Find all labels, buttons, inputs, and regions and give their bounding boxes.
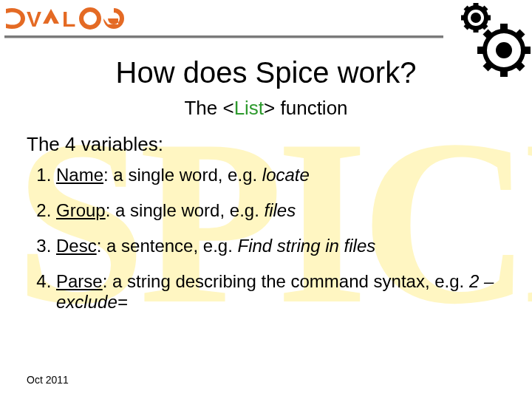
list-item: Desc: a sentence, e.g. Find string in fi… — [56, 236, 505, 256]
svg-text:V: V — [27, 7, 41, 31]
brand-logo: V L — [4, 4, 145, 33]
list-item: Name: a single word, e.g. locate — [56, 165, 505, 185]
item-body: : a single word, e.g. — [103, 165, 262, 185]
variable-list: Name: a single word, e.g. locate Group: … — [31, 165, 505, 313]
item-term: Desc — [56, 236, 97, 256]
item-body: : a string describing the command syntax… — [103, 271, 469, 291]
svg-line-22 — [483, 7, 486, 10]
item-example: Find string in files — [237, 236, 375, 256]
item-body: : a single word, e.g. — [106, 200, 265, 220]
item-term: Group — [56, 200, 106, 220]
item-term: Parse — [56, 271, 103, 291]
slide-subtitle: The <List> function — [27, 97, 505, 120]
list-item: Group: a single word, e.g. files — [56, 200, 505, 221]
header: V L — [0, 0, 532, 44]
slide-title: How does Spice work? — [27, 56, 505, 89]
svg-point-14 — [473, 15, 479, 21]
subtitle-keyword: List — [234, 97, 264, 119]
svg-line-20 — [483, 25, 486, 28]
slide-body: How does Spice work? The <List> function… — [0, 44, 532, 399]
item-example: files — [264, 200, 296, 220]
footer-date: Oct 2011 — [27, 374, 69, 386]
svg-line-9 — [485, 32, 491, 37]
svg-line-21 — [466, 25, 468, 28]
svg-point-2 — [81, 10, 99, 27]
list-item: Parse: a string describing the command s… — [56, 271, 505, 313]
item-body: : a sentence, e.g. — [97, 236, 238, 256]
item-term: Name — [56, 165, 103, 185]
subtitle-post: > function — [264, 97, 347, 119]
item-example: locate — [262, 165, 310, 185]
lead-text: The 4 variables: — [27, 133, 505, 156]
subtitle-pre: The < — [184, 97, 233, 119]
dyalog-logo-svg: V L — [4, 4, 145, 33]
svg-line-12 — [517, 32, 522, 37]
svg-line-19 — [466, 7, 468, 10]
header-rule — [4, 35, 443, 38]
svg-text:L: L — [62, 7, 75, 31]
